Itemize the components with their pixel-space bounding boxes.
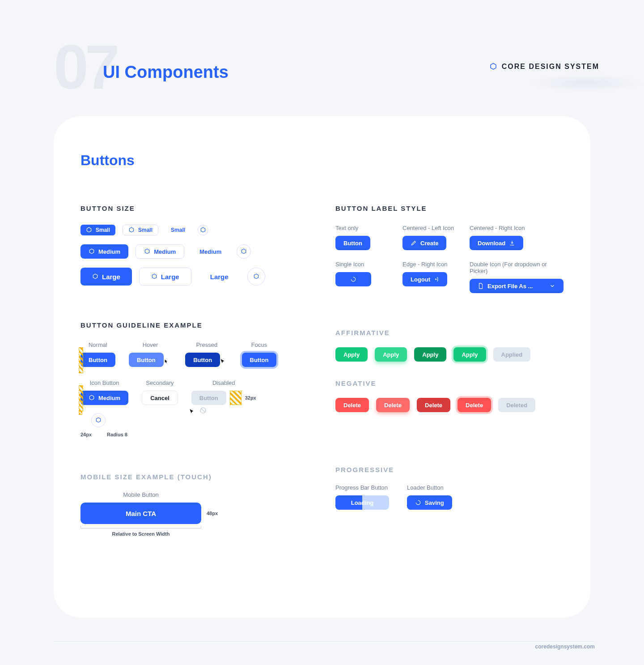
btn-text: Button — [193, 357, 212, 363]
centered-left-label: Centered - Left Icon — [402, 225, 459, 231]
apply-button-pressed[interactable]: Apply — [414, 347, 446, 362]
apply-button-hover[interactable]: Apply — [375, 347, 407, 362]
centered-right-label: Centered - Right Icon — [470, 225, 564, 231]
button-size-section: BUTTON SIZE Small Small Small — [80, 205, 309, 286]
spinner-icon — [350, 276, 356, 282]
label-style-section: BUTTON LABEL STYLE Text only Button Cent… — [335, 205, 564, 293]
btn-text: Cancel — [150, 395, 169, 401]
delete-button-hover[interactable]: Delete — [376, 398, 410, 412]
normal-button[interactable]: Button — [80, 353, 115, 367]
small-button-outline[interactable]: Small — [123, 225, 158, 235]
icon-button-example[interactable]: Medium — [80, 391, 128, 405]
double-icon-label: Double Icon (For dropdown or Picker) — [470, 261, 564, 274]
right-column: BUTTON LABEL STYLE Text only Button Cent… — [335, 205, 564, 537]
delete-button[interactable]: Delete — [335, 398, 369, 412]
hexagon-icon — [200, 227, 206, 233]
hexagon-icon — [253, 273, 259, 280]
small-button-ghost[interactable]: Small — [165, 225, 191, 235]
guideline-heading: BUTTON GUIDELINE EXAMPLE — [80, 321, 309, 329]
loader-button[interactable]: Saving — [407, 495, 452, 510]
medium-button-fill[interactable]: Medium — [80, 244, 128, 259]
mobile-heading: MOBILE SIZE EXAMPLE (TOUCH) — [80, 473, 309, 481]
spacing-marker — [79, 347, 83, 373]
large-button-ghost[interactable]: Large — [199, 268, 240, 286]
card: Buttons BUTTON SIZE Small Small — [54, 116, 590, 618]
small-button-fill[interactable]: Small — [80, 225, 115, 235]
btn-text: Delete — [343, 402, 361, 409]
mobile-section: MOBILE SIZE EXAMPLE (TOUCH) Mobile Butto… — [80, 473, 309, 537]
affirmative-heading: AFFIRMATIVE — [335, 329, 564, 337]
text-only-button[interactable]: Button — [335, 236, 370, 250]
medium-button-ghost[interactable]: Medium — [191, 244, 229, 259]
mobile-cta-button[interactable]: Main CTA — [80, 503, 201, 524]
create-button[interactable]: Create — [402, 236, 446, 250]
single-icon-label: Single Icon — [335, 261, 392, 268]
large-label: Large — [210, 273, 229, 281]
state-secondary-label: Secondary — [142, 379, 178, 386]
btn-text: Apply — [343, 351, 360, 358]
footer-divider — [54, 641, 595, 642]
deleted-button: Deleted — [498, 398, 535, 412]
icon-only-example[interactable] — [91, 413, 106, 427]
btn-text: Export File As ... — [487, 283, 533, 290]
button-size-heading: BUTTON SIZE — [80, 205, 309, 212]
logout-button[interactable]: Logout — [402, 272, 447, 286]
text-only-label: Text only — [335, 225, 392, 231]
ann-24px: 24px — [80, 432, 92, 437]
brand-label: CORE DESIGN SYSTEM — [489, 63, 599, 71]
ann-32px: 32px — [245, 395, 256, 401]
export-button[interactable]: Export File As ... — [470, 279, 564, 293]
negative-heading: NEGATIVE — [335, 379, 564, 387]
btn-text: Logout — [411, 276, 430, 283]
apply-button[interactable]: Apply — [335, 347, 368, 362]
state-icon-label: Icon Button — [80, 379, 128, 386]
medium-button-outline[interactable]: Medium — [136, 244, 184, 259]
medium-button-icon-only[interactable] — [237, 244, 251, 259]
arrow-cursor-icon — [189, 409, 195, 415]
hero-area: 07 UI Components CORE DESIGN SYSTEM — [0, 0, 644, 90]
large-button-outline[interactable]: Large — [139, 268, 191, 286]
btn-text: Apply — [422, 351, 438, 358]
card-title: Buttons — [80, 152, 564, 169]
progress-bar-button[interactable]: Loading — [335, 495, 389, 510]
large-button-icon-only[interactable] — [247, 268, 265, 286]
delete-button-pressed[interactable]: Delete — [417, 398, 450, 412]
medium-label: Medium — [154, 248, 176, 255]
delete-button-focus[interactable]: Delete — [458, 398, 491, 412]
small-label: Small — [171, 227, 185, 233]
large-label: Large — [161, 273, 179, 281]
file-icon — [478, 283, 484, 289]
chevron-down-icon — [549, 283, 555, 289]
secondary-button[interactable]: Cancel — [142, 391, 178, 405]
btn-text: Button — [89, 357, 107, 363]
arrow-cursor-icon — [220, 358, 226, 365]
small-button-icon-only[interactable] — [198, 225, 208, 235]
width-rule — [80, 526, 201, 529]
label-style-heading: BUTTON LABEL STYLE — [335, 205, 564, 212]
hexagon-icon — [489, 63, 497, 71]
hover-button[interactable]: Button — [129, 353, 164, 367]
spacing-marker — [79, 385, 83, 411]
state-normal-label: Normal — [80, 341, 115, 348]
hexagon-icon — [144, 248, 150, 255]
state-disabled-label: Disabled — [191, 379, 256, 386]
focus-button[interactable]: Button — [242, 353, 277, 367]
progress-bar-label: Progress Bar Button — [335, 484, 389, 491]
hexagon-icon — [89, 395, 95, 401]
btn-text: Button — [343, 240, 362, 247]
pencil-icon — [411, 240, 417, 246]
large-button-fill[interactable]: Large — [80, 268, 132, 286]
small-label: Small — [96, 227, 110, 233]
apply-button-focus[interactable]: Apply — [453, 347, 486, 362]
applied-button: Applied — [493, 347, 531, 362]
hexagon-icon — [92, 273, 98, 280]
not-allowed-icon — [199, 407, 207, 414]
progressive-section: PROGRESSIVE Progress Bar Button Loading … — [335, 466, 564, 510]
single-icon-button[interactable] — [335, 272, 371, 286]
hexagon-icon — [151, 273, 157, 280]
btn-text: Delete — [466, 402, 483, 409]
loading-text: Loading — [351, 499, 374, 506]
disabled-button: Button — [191, 391, 226, 405]
pressed-button[interactable]: Button — [185, 353, 220, 367]
download-button[interactable]: Download — [470, 236, 523, 250]
